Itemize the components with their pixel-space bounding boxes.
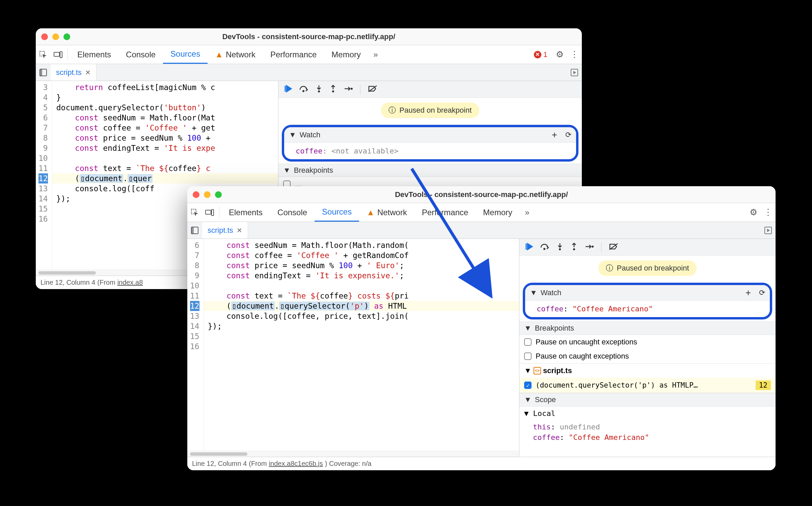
inspect-icon[interactable] <box>36 51 51 59</box>
add-watch-icon[interactable]: + <box>552 130 557 140</box>
breakpoint-row[interactable]: ✓ (document.querySelector('p') as HTMLP…… <box>519 378 776 393</box>
svg-point-8 <box>332 90 334 92</box>
resume-icon[interactable] <box>285 85 292 94</box>
source-map-link[interactable]: index.a8c1ec6b.js <box>269 460 323 468</box>
tab-performance[interactable]: Performance <box>263 45 324 64</box>
tab-sources[interactable]: Sources <box>163 45 208 64</box>
navigator-toggle[interactable] <box>36 69 51 76</box>
minimize-window[interactable] <box>52 33 59 40</box>
scope-local-header[interactable]: ▼ Local <box>519 406 776 420</box>
tab-console[interactable]: Console <box>118 45 163 64</box>
step-over-icon[interactable] <box>299 85 308 94</box>
checkbox-unchecked[interactable] <box>524 338 532 346</box>
svg-rect-13 <box>212 209 214 216</box>
tab-memory[interactable]: Memory <box>476 203 520 222</box>
tab-performance[interactable]: Performance <box>414 203 476 222</box>
deactivate-breakpoints-icon[interactable] <box>609 243 618 252</box>
panel-tabs: Elements Console Sources ▲Network Perfor… <box>187 203 776 222</box>
step-over-icon[interactable] <box>540 243 549 252</box>
run-snippet-icon[interactable] <box>567 69 582 76</box>
file-tab-script[interactable]: script.ts ✕ <box>202 222 248 238</box>
settings-icon[interactable]: ⚙ <box>552 49 567 60</box>
device-icon[interactable] <box>202 209 217 216</box>
source-map-link[interactable]: index.a8 <box>117 279 143 286</box>
debugger-toolbar <box>278 81 582 98</box>
tab-network[interactable]: ▲Network <box>208 45 263 64</box>
svg-point-20 <box>592 246 594 248</box>
paused-pill: ⓘPaused on breakpoint <box>598 260 696 276</box>
watch-body: coffee: <not available> <box>284 143 576 159</box>
checkbox-checked[interactable]: ✓ <box>524 382 532 389</box>
kebab-menu[interactable]: ⋮ <box>761 207 776 218</box>
settings-icon[interactable]: ⚙ <box>746 207 761 218</box>
more-tabs[interactable]: » <box>520 208 535 217</box>
tab-sources[interactable]: Sources <box>315 203 359 222</box>
add-watch-icon[interactable]: + <box>746 287 751 298</box>
file-tab-script[interactable]: script.ts ✕ <box>51 64 97 81</box>
code-editor[interactable]: 678910111213141516 const seedNum = Math.… <box>187 239 519 451</box>
info-icon: ⓘ <box>388 105 396 115</box>
refresh-icon[interactable]: ⟳ <box>759 288 765 297</box>
watch-section-header[interactable]: ▼Watch + ⟳ <box>525 285 770 301</box>
run-snippet-icon[interactable] <box>761 227 776 234</box>
tab-console[interactable]: Console <box>270 203 315 222</box>
kebab-menu[interactable]: ⋮ <box>567 49 582 60</box>
close-window[interactable] <box>41 33 48 40</box>
source-file-icon: <> <box>534 367 541 374</box>
breakpoint-text: (document.querySelector('p') as HTMLP… <box>536 381 753 389</box>
pause-uncaught-row[interactable]: Pause on uncaught exceptions <box>519 335 776 349</box>
resume-icon[interactable] <box>525 243 533 252</box>
inspect-icon[interactable] <box>187 208 202 217</box>
paused-pill: ⓘPaused on breakpoint <box>381 103 479 118</box>
breakpoints-section-header[interactable]: ▼Breakpoints <box>519 321 776 335</box>
watch-section-header[interactable]: ▼Watch + ⟳ <box>284 127 576 143</box>
bp-file-row[interactable]: ▼ <> script.ts <box>519 363 776 378</box>
svg-rect-1 <box>54 52 59 56</box>
svg-rect-15 <box>191 227 194 234</box>
debugger-pane: ⓘPaused on breakpoint ▼Watch + ⟳ coffee:… <box>519 239 776 457</box>
svg-point-6 <box>302 90 304 92</box>
traffic-lights <box>41 33 70 40</box>
step-icon[interactable] <box>344 85 353 93</box>
checkbox-unchecked[interactable] <box>524 353 532 360</box>
window-title: DevTools - consistent-source-map-pc.netl… <box>187 190 776 199</box>
svg-point-9 <box>351 88 353 90</box>
close-window[interactable] <box>193 191 199 198</box>
step-into-icon[interactable] <box>316 85 322 94</box>
tab-elements[interactable]: Elements <box>70 45 118 64</box>
breakpoints-section-header[interactable]: ▼Breakpoints <box>278 164 582 177</box>
cursor-position: Line 12, Column 4 <box>40 279 95 286</box>
titlebar: DevTools - consistent-source-map-pc.netl… <box>36 28 582 45</box>
window-title: DevTools - consistent-source-map-pc.netl… <box>36 32 582 41</box>
zoom-window[interactable] <box>215 191 222 198</box>
tab-memory[interactable]: Memory <box>324 45 368 64</box>
svg-point-7 <box>318 90 320 92</box>
navigator-toggle[interactable] <box>187 227 202 234</box>
debugger-toolbar <box>519 239 776 256</box>
more-tabs[interactable]: » <box>368 50 383 59</box>
device-icon[interactable] <box>51 51 65 58</box>
step-out-icon[interactable] <box>330 85 336 94</box>
warning-icon: ▲ <box>215 50 223 59</box>
step-into-icon[interactable] <box>557 243 563 252</box>
devtools-window-2: DevTools - consistent-source-map-pc.netl… <box>187 186 776 470</box>
tab-network[interactable]: ▲Network <box>359 203 414 222</box>
file-bar: script.ts ✕ <box>36 64 582 81</box>
deactivate-breakpoints-icon[interactable] <box>368 85 377 94</box>
close-icon[interactable]: ✕ <box>237 226 242 234</box>
tab-elements[interactable]: Elements <box>221 203 270 222</box>
refresh-icon[interactable]: ⟳ <box>565 131 571 139</box>
close-icon[interactable]: ✕ <box>85 68 91 77</box>
svg-rect-2 <box>60 52 62 58</box>
horizontal-scrollbar[interactable] <box>187 451 519 457</box>
zoom-window[interactable] <box>63 33 70 40</box>
error-badge[interactable]: ✕1 <box>534 50 547 59</box>
minimize-window[interactable] <box>204 191 211 198</box>
scope-section-header[interactable]: ▼Scope <box>519 393 776 406</box>
step-out-icon[interactable] <box>571 243 577 252</box>
pause-caught-row[interactable]: Pause on caught exceptions <box>519 349 776 363</box>
step-icon[interactable] <box>585 243 594 251</box>
svg-point-17 <box>543 248 545 250</box>
watch-key: coffee <box>296 147 322 155</box>
scope-local-body: this: undefined coffee: "Coffee American… <box>519 420 776 446</box>
